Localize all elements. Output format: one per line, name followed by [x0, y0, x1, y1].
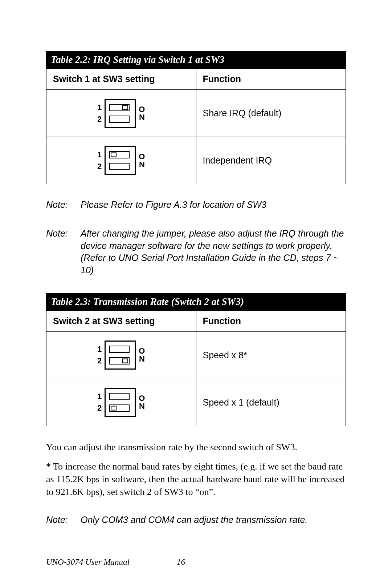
table1-col1: Switch 1 at SW3 setting: [46, 69, 196, 90]
para-2: * To increase the normal baud rates by e…: [46, 460, 346, 498]
dip-switch-diagram: 1 2 O N: [97, 99, 145, 128]
table1-col2: Function: [196, 69, 346, 90]
table1-row2-switch: 1 2 O N: [46, 137, 196, 184]
table1-row1-switch: 1 2 O N: [46, 90, 196, 137]
footer-page: 16: [177, 557, 185, 567]
dip-label-o: O: [139, 105, 145, 113]
dip-label-n: N: [139, 161, 145, 169]
table1-row2-func: Independent IRQ: [196, 137, 346, 184]
table-transmission-rate: Table 2.3: Transmission Rate (Switch 2 a…: [46, 293, 346, 426]
table1-title: Table 2.2: IRQ Setting via Switch 1 at S…: [46, 51, 346, 69]
table-irq-setting: Table 2.2: IRQ Setting via Switch 1 at S…: [46, 51, 346, 184]
note-label: Note:: [46, 227, 81, 277]
table2-row1-func: Speed x 8*: [196, 331, 346, 379]
note-label: Note:: [46, 199, 81, 211]
note-1-text: Please Refer to Figure A.3 for location …: [81, 199, 346, 211]
dip-label-o: O: [139, 153, 145, 161]
dip-switch-diagram: 1 2 O N: [97, 341, 145, 370]
dip-label-n: N: [139, 402, 145, 410]
table2-row2-switch: 1 2 O N: [46, 379, 196, 426]
dip-label-o: O: [139, 394, 145, 402]
note-label: Note:: [46, 514, 81, 526]
note-2-text: After changing the jumper, please also a…: [81, 227, 346, 277]
dip-label-n: N: [139, 355, 145, 363]
dip-num-2: 2: [97, 403, 102, 413]
dip-num-1: 1: [97, 150, 102, 160]
dip-num-2: 2: [97, 162, 102, 171]
note-3: Note: Only COM3 and COM4 can adjust the …: [46, 514, 346, 526]
dip-num-2: 2: [97, 356, 102, 366]
dip-switch-diagram: 1 2 O N: [97, 388, 145, 417]
table2-col1: Switch 2 at SW3 setting: [46, 310, 196, 331]
table2-title: Table 2.3: Transmission Rate (Switch 2 a…: [46, 293, 346, 310]
dip-num-2: 2: [97, 114, 102, 124]
footer-title: UNO-3074 User Manual: [46, 557, 130, 567]
table2-row2-func: Speed x 1 (default): [196, 379, 346, 426]
table1-row1-func: Share IRQ (default): [196, 90, 346, 137]
note-1: Note: Please Refer to Figure A.3 for loc…: [46, 199, 346, 211]
dip-num-1: 1: [97, 392, 102, 401]
table2-col2: Function: [196, 310, 346, 331]
note-2: Note: After changing the jumper, please …: [46, 227, 346, 277]
page-footer: UNO-3074 User Manual 16: [46, 557, 185, 567]
note-3-text: Only COM3 and COM4 can adjust the transm…: [81, 514, 346, 526]
para-1: You can adjust the transmission rate by …: [46, 441, 346, 454]
table2-row1-switch: 1 2 O N: [46, 331, 196, 379]
dip-label-o: O: [139, 347, 145, 355]
dip-num-1: 1: [97, 103, 102, 112]
dip-num-1: 1: [97, 345, 102, 354]
dip-switch-diagram: 1 2 O N: [97, 146, 145, 175]
dip-label-n: N: [139, 113, 145, 121]
